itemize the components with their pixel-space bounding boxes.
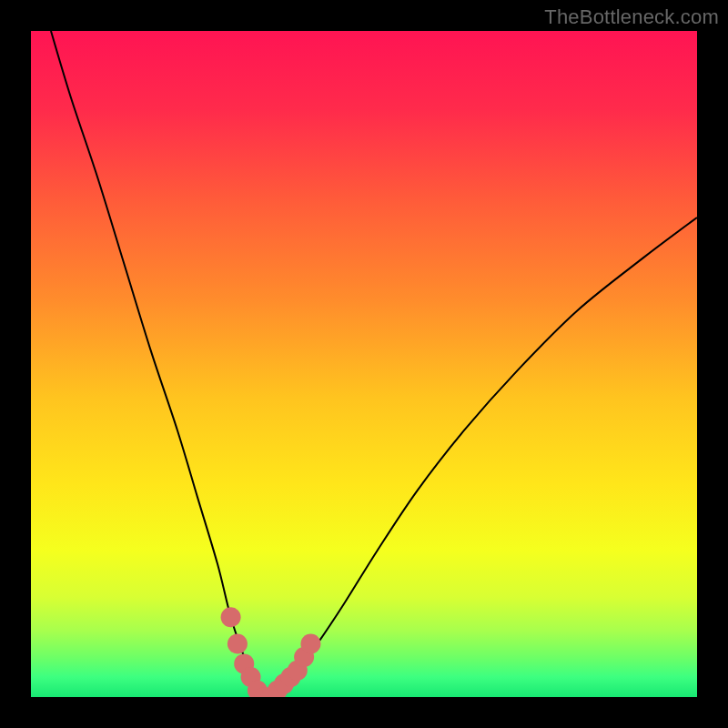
chart-frame: TheBottleneck.com (0, 0, 728, 728)
marker-dot (228, 633, 248, 653)
bottleneck-chart (31, 31, 697, 697)
gradient-background (31, 31, 697, 697)
plot-area (31, 31, 697, 697)
watermark-text: TheBottleneck.com (544, 5, 719, 29)
marker-dot (300, 633, 320, 653)
marker-dot (221, 607, 241, 627)
